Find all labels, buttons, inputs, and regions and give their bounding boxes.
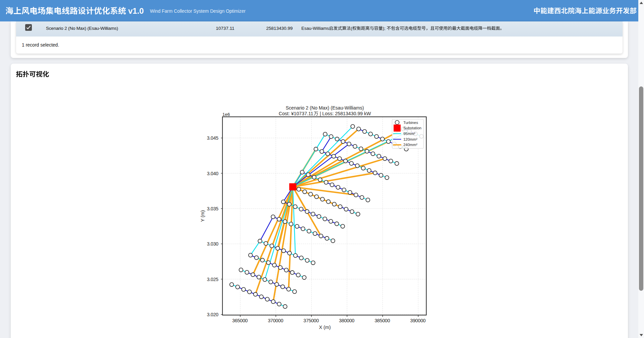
svg-text:240mm²: 240mm² — [404, 143, 418, 147]
svg-text:25813430.99: 25813430.99 — [266, 26, 293, 31]
svg-text:Esau-Williams: Esau-Williams — [302, 26, 329, 31]
svg-text:365000: 365000 — [232, 318, 248, 323]
svg-text:| Loss: 25813430.99 kW: | Loss: 25813430.99 kW — [320, 111, 371, 116]
svg-text:Y (m): Y (m) — [200, 210, 205, 222]
svg-text:Cost: ¥10737.11: Cost: ¥10737.11 — [279, 111, 313, 116]
svg-text:3.035: 3.035 — [207, 206, 219, 211]
svg-text:X (m): X (m) — [319, 325, 331, 330]
svg-text:);: ); — [383, 26, 385, 31]
svg-text:3.020: 3.020 — [207, 312, 219, 317]
svg-text:v1.0: v1.0 — [128, 6, 144, 15]
svg-text:Substation: Substation — [404, 126, 422, 130]
svg-text:3.045: 3.045 — [207, 135, 219, 141]
svg-text:120mm²: 120mm² — [404, 137, 418, 141]
svg-text:Turbines: Turbines — [404, 121, 418, 125]
svg-text:Scenario 2 (No Max) (Esau-Will: Scenario 2 (No Max) (Esau-Williams) — [46, 26, 118, 31]
svg-text:390000: 390000 — [410, 318, 426, 323]
svg-text:3.025: 3.025 — [207, 277, 219, 282]
svg-text:1 record selected.: 1 record selected. — [22, 42, 59, 48]
svg-text:10737.11: 10737.11 — [216, 26, 234, 31]
svg-text:3.040: 3.040 — [207, 171, 219, 176]
svg-text:95mm²: 95mm² — [404, 132, 416, 136]
svg-text:380000: 380000 — [339, 318, 355, 323]
svg-text:1e6: 1e6 — [222, 112, 230, 117]
svg-text:3.030: 3.030 — [207, 241, 219, 247]
svg-text:(: ( — [351, 26, 353, 31]
svg-text:Scenario 2 (No Max) (Esau-Will: Scenario 2 (No Max) (Esau-Williams) — [286, 105, 364, 111]
svg-text:385000: 385000 — [375, 318, 390, 323]
svg-text:Wind Farm Collector System Des: Wind Farm Collector System Design Optimi… — [150, 9, 246, 14]
svg-text:370000: 370000 — [268, 318, 283, 323]
svg-text:375000: 375000 — [304, 318, 319, 323]
